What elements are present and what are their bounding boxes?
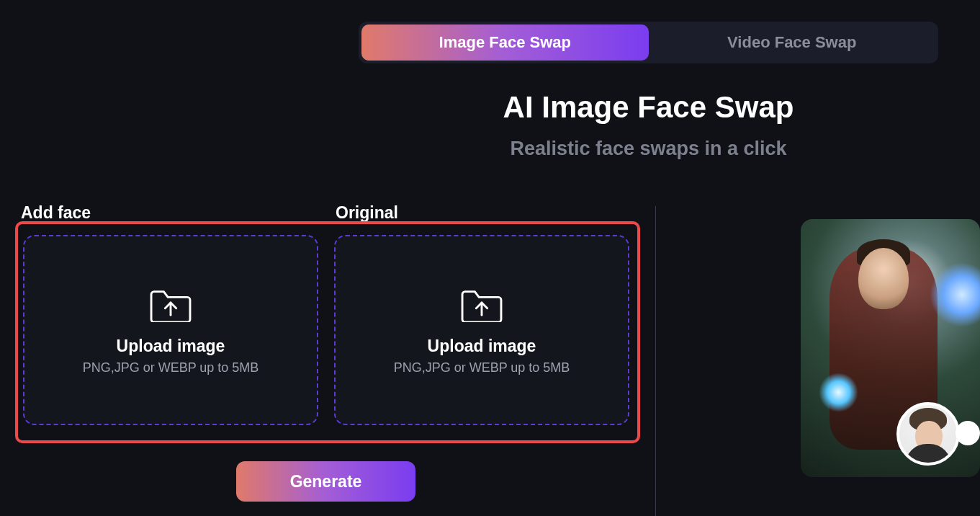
tab-label: Image Face Swap [439,33,571,52]
upload-hint: PNG,JPG or WEBP up to 5MB [394,360,570,375]
folder-upload-icon [459,285,504,322]
tab-label: Video Face Swap [727,33,856,52]
original-label: Original [336,203,398,223]
example-face-avatar[interactable] [896,402,960,466]
swap-connector-icon [956,421,980,445]
upload-hint: PNG,JPG or WEBP up to 5MB [83,360,259,375]
upload-title: Upload image [117,337,225,356]
upload-title: Upload image [428,337,536,356]
folder-upload-icon [148,285,193,322]
page-subtitle: Realistic face swaps in a click [359,138,938,160]
tab-image-face-swap[interactable]: Image Face Swap [361,25,649,61]
heading-block: AI Image Face Swap Realistic face swaps … [359,90,938,160]
addface-label: Add face [21,203,91,223]
page-title: AI Image Face Swap [359,90,938,125]
generate-button[interactable]: Generate [236,461,415,502]
glow-shape [819,373,858,412]
tab-video-face-swap[interactable]: Video Face Swap [649,25,936,61]
addface-upload-dropzone[interactable]: Upload image PNG,JPG or WEBP up to 5MB [23,235,318,425]
original-upload-dropzone[interactable]: Upload image PNG,JPG or WEBP up to 5MB [334,235,629,425]
generate-label: Generate [290,472,362,491]
face-shape [858,248,909,309]
mode-tabs: Image Face Swap Video Face Swap [359,22,938,63]
vertical-divider [655,206,656,516]
